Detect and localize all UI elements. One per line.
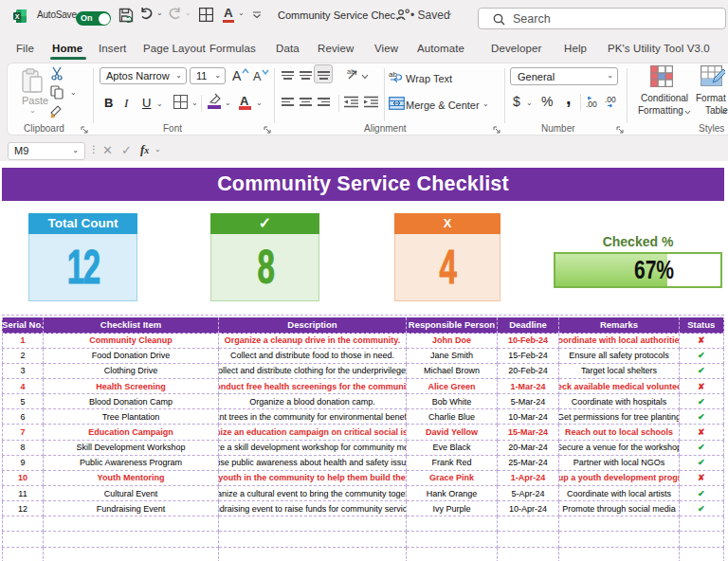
svg-text:.00: .00 bbox=[586, 100, 597, 109]
svg-text:.00: .00 bbox=[605, 95, 616, 104]
svg-text:X: X bbox=[15, 13, 20, 20]
svg-text:ab: ab bbox=[347, 67, 355, 76]
